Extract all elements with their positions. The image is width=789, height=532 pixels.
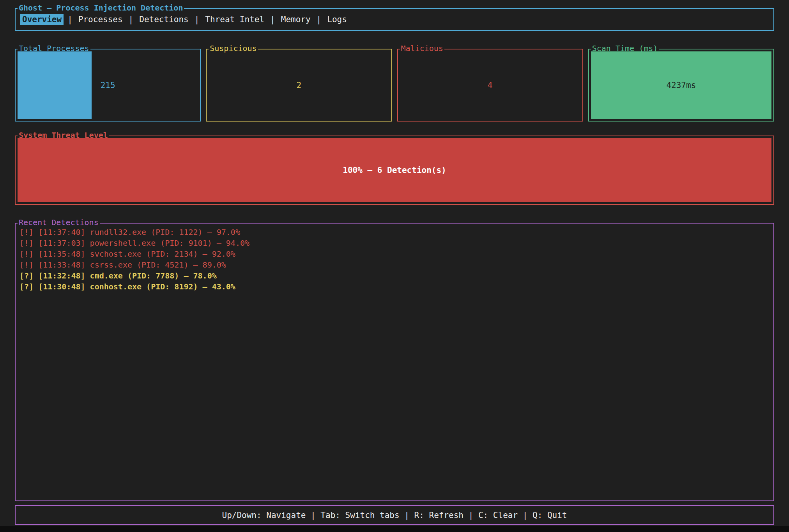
- panel-malicious: Malicious 4: [397, 49, 583, 122]
- panel-suspicious: Suspicious 2: [206, 49, 392, 122]
- detection-row[interactable]: [!] [11:33:48] csrss.exe (PID: 4521) — 8…: [19, 259, 770, 270]
- help-text: Up/Down: Navigate | Tab: Switch tabs | R…: [16, 506, 773, 524]
- tab-separator: |: [67, 15, 73, 24]
- threat-level-gauge: 100% — 6 Detection(s): [18, 138, 771, 202]
- detection-row[interactable]: [?] [11:32:48] cmd.exe (PID: 7788) — 78.…: [19, 270, 770, 281]
- detection-row[interactable]: [!] [11:35:48] svchost.exe (PID: 2134) —…: [19, 248, 770, 259]
- total-processes-gauge: 215: [18, 51, 198, 119]
- tab-detections[interactable]: Detections: [137, 14, 190, 25]
- panel-scan-time: Scan Time (ms) 4237ms: [588, 49, 774, 122]
- scan-time-gauge: 4237ms: [591, 51, 771, 119]
- scan-time-value: 4237ms: [666, 81, 696, 90]
- detection-row[interactable]: [!] [11:37:03] powershell.exe (PID: 9101…: [19, 238, 770, 248]
- tab-separator: |: [195, 15, 200, 24]
- total-processes-value: 215: [101, 81, 115, 90]
- detection-row[interactable]: [!] [11:37:40] rundll32.exe (PID: 1122) …: [19, 227, 770, 238]
- total-processes-gauge-fill: [18, 51, 92, 119]
- threat-level-label: 100% — 6 Detection(s): [343, 166, 446, 175]
- malicious-gauge: 4: [400, 51, 580, 119]
- tab-memory[interactable]: Memory: [279, 14, 313, 25]
- suspicious-value: 2: [297, 81, 302, 90]
- tab-processes[interactable]: Processes: [76, 14, 125, 25]
- detections-list: [!] [11:37:40] rundll32.exe (PID: 1122) …: [19, 227, 770, 292]
- tab-separator: |: [317, 15, 322, 24]
- tab-overview[interactable]: Overview: [20, 14, 64, 25]
- tab-separator: |: [270, 15, 275, 24]
- panel-recent-detections-title: Recent Detections: [18, 218, 100, 227]
- help-bar: Up/Down: Navigate | Tab: Switch tabs | R…: [15, 505, 774, 525]
- tab-separator: |: [129, 15, 134, 24]
- panel-recent-detections: Recent Detections [!] [11:37:40] rundll3…: [15, 223, 774, 501]
- panel-threat-level: System Threat Level 100% — 6 Detection(s…: [15, 136, 774, 205]
- tab-bar: Ghost — Process Injection Detection Over…: [15, 8, 774, 31]
- app-title: Ghost — Process Injection Detection: [18, 4, 184, 12]
- tab-logs[interactable]: Logs: [325, 14, 349, 25]
- window-bottom-strip: [0, 526, 789, 532]
- panel-total-processes: Total Processes 215: [15, 49, 201, 122]
- app-window: Ghost — Process Injection Detection Over…: [0, 0, 789, 532]
- suspicious-gauge: 2: [209, 51, 389, 119]
- detection-row[interactable]: [?] [11:30:48] conhost.exe (PID: 8192) —…: [19, 281, 770, 292]
- malicious-value: 4: [488, 81, 493, 90]
- tab-threat-intel[interactable]: Threat Intel: [203, 14, 266, 25]
- stats-row: Total Processes 215 Suspicious 2 Malicio…: [15, 49, 774, 122]
